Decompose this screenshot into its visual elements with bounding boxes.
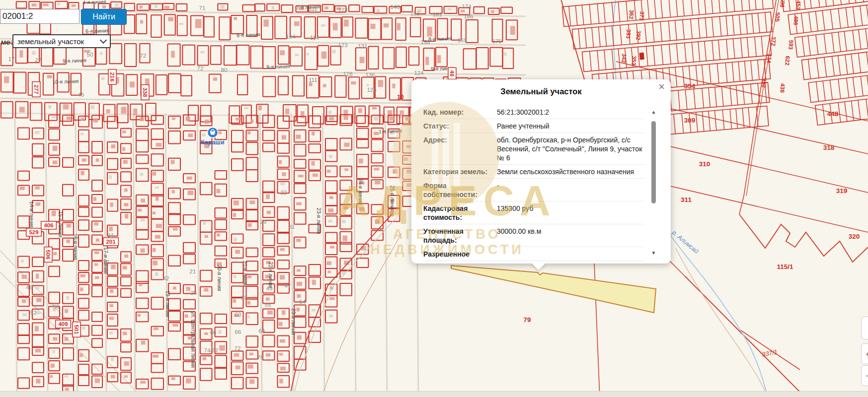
svg-text:179: 179 bbox=[492, 38, 501, 44]
svg-text:128: 128 bbox=[343, 71, 352, 77]
svg-text:124: 124 bbox=[414, 70, 424, 76]
svg-text:353: 353 bbox=[631, 56, 637, 66]
svg-text:409: 409 bbox=[58, 321, 68, 327]
svg-text:14-я линия: 14-я линия bbox=[29, 201, 35, 227]
svg-text:20-я линия: 20-я линия bbox=[217, 265, 223, 291]
svg-text:393: 393 bbox=[626, 29, 632, 39]
info-row: Кад. номер:56:21:3002001:2 bbox=[423, 105, 644, 119]
svg-text:354: 354 bbox=[684, 82, 696, 90]
info-row: Категория земель:Земли сельскохозяйствен… bbox=[423, 165, 644, 179]
svg-text:115/1: 115/1 bbox=[777, 263, 793, 270]
svg-text:29: 29 bbox=[260, 219, 267, 225]
info-row: Уточненная площадь:30000.00 кв.м bbox=[423, 224, 644, 247]
svg-text:79: 79 bbox=[523, 316, 531, 324]
svg-text:54: 54 bbox=[300, 299, 306, 305]
scroll-up-icon[interactable]: ▲ bbox=[650, 109, 657, 115]
svg-text:27: 27 bbox=[35, 57, 42, 63]
svg-text:71: 71 bbox=[199, 5, 206, 11]
info-row: Разрешенное bbox=[423, 247, 644, 261]
svg-text:72: 72 bbox=[197, 66, 204, 71]
svg-text:56: 56 bbox=[53, 304, 60, 310]
svg-text:52: 52 bbox=[30, 310, 37, 316]
svg-text:10-я линия: 10-я линия bbox=[52, 78, 79, 85]
svg-text:337/1: 337/1 bbox=[762, 348, 778, 358]
svg-text:34: 34 bbox=[107, 232, 114, 238]
info-row: Адрес:обл. Оренбургская, р-н Оренбургски… bbox=[423, 133, 644, 165]
svg-text:111: 111 bbox=[309, 77, 317, 83]
svg-text:72: 72 bbox=[140, 53, 147, 59]
svg-text:310: 310 bbox=[699, 160, 710, 168]
svg-text:9-я линия: 9-я линия bbox=[63, 57, 86, 64]
svg-text:24-я линия: 24-я линия bbox=[358, 178, 364, 204]
map-layers-button[interactable] bbox=[861, 317, 868, 339]
poi-marker[interactable] bbox=[208, 128, 218, 138]
svg-text:374: 374 bbox=[766, 53, 772, 63]
svg-text:46: 46 bbox=[26, 284, 33, 290]
info-row: Форма собственности:- bbox=[423, 179, 644, 201]
scroll-thumb[interactable] bbox=[651, 121, 656, 203]
scroll-down-icon[interactable]: ▼ bbox=[650, 250, 657, 256]
svg-text:153: 153 bbox=[410, 10, 419, 16]
parcel-info-popup: Земельный участок × Кад. номер:56:21:300… bbox=[411, 79, 671, 264]
svg-text:6-я линия: 6-я линия bbox=[85, 27, 109, 34]
svg-text:114: 114 bbox=[310, 35, 319, 41]
object-type-label: ме: bbox=[1, 38, 12, 46]
info-row: Статус:Ранее учтенный bbox=[423, 119, 644, 133]
svg-text:25-я линия: 25-я линия bbox=[390, 185, 395, 211]
svg-text:42: 42 bbox=[163, 275, 169, 281]
svg-text:311: 311 bbox=[681, 196, 692, 203]
zoom-out-button[interactable]: − bbox=[861, 365, 868, 386]
zoom-in-button[interactable]: + bbox=[861, 343, 868, 364]
svg-text:392: 392 bbox=[635, 30, 642, 40]
svg-text:74/72: 74/72 bbox=[204, 347, 219, 353]
svg-text:123: 123 bbox=[338, 7, 347, 13]
selected-parcel[interactable] bbox=[451, 265, 656, 313]
svg-text:342: 342 bbox=[621, 53, 628, 63]
svg-text:66: 66 bbox=[235, 329, 241, 335]
svg-text:506: 506 bbox=[45, 250, 51, 259]
svg-text:373: 373 bbox=[639, 11, 645, 21]
svg-text:50: 50 bbox=[87, 52, 93, 58]
svg-text:23-я линия: 23-я линия bbox=[316, 207, 322, 234]
svg-text:593: 593 bbox=[788, 40, 794, 50]
svg-text:126: 126 bbox=[367, 87, 376, 93]
svg-text:622: 622 bbox=[785, 56, 791, 66]
svg-text:372: 372 bbox=[771, 36, 777, 46]
svg-text:46: 46 bbox=[449, 70, 455, 77]
svg-text:21-я линия: 21-я линия bbox=[242, 261, 248, 287]
object-type-value: земельный участок bbox=[17, 37, 84, 46]
svg-text:529: 529 bbox=[29, 229, 38, 235]
svg-text:362: 362 bbox=[629, 9, 635, 19]
svg-text:161: 161 bbox=[432, 11, 442, 17]
svg-text:46: 46 bbox=[78, 92, 84, 98]
svg-text:146: 146 bbox=[390, 4, 399, 10]
svg-text:201: 201 bbox=[106, 239, 116, 245]
svg-text:338: 338 bbox=[142, 87, 148, 97]
chevron-down-icon bbox=[100, 37, 107, 44]
svg-text:25: 25 bbox=[191, 290, 197, 296]
svg-text:406: 406 bbox=[44, 222, 53, 228]
svg-text:174: 174 bbox=[462, 3, 472, 9]
close-icon[interactable]: × bbox=[658, 81, 665, 92]
svg-text:123: 123 bbox=[338, 42, 347, 48]
find-button[interactable]: Найти bbox=[81, 9, 127, 25]
svg-text:111: 111 bbox=[309, 6, 317, 12]
svg-text:318: 318 bbox=[823, 144, 835, 151]
svg-text:31: 31 bbox=[289, 224, 295, 230]
svg-text:158: 158 bbox=[420, 39, 430, 45]
svg-text:319: 319 bbox=[836, 187, 848, 195]
object-type-select[interactable]: земельный участок bbox=[12, 34, 111, 48]
svg-text:452: 452 bbox=[795, 0, 802, 10]
svg-text:17: 17 bbox=[8, 56, 15, 62]
svg-text:Караши: Караши bbox=[201, 139, 224, 146]
svg-text:4-я линия: 4-я линия bbox=[82, 0, 106, 5]
popup-title: Земельный участок bbox=[411, 79, 671, 96]
svg-text:216: 216 bbox=[109, 72, 115, 81]
svg-text:55: 55 bbox=[265, 302, 271, 308]
popup-scrollbar[interactable]: ▲ ▼ bbox=[650, 109, 657, 256]
cadastral-search-input[interactable] bbox=[0, 9, 79, 24]
svg-text:136: 136 bbox=[365, 72, 375, 78]
popup-rows: Кад. номер:56:21:3002001:2 Статус:Ранее … bbox=[423, 105, 644, 263]
svg-text:501: 501 bbox=[74, 325, 79, 334]
svg-text:131: 131 bbox=[358, 43, 367, 49]
